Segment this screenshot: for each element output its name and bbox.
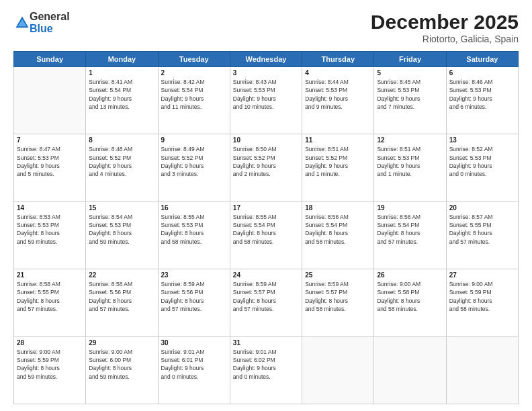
- day-detail: Sunrise: 8:57 AM Sunset: 5:55 PM Dayligh…: [449, 213, 515, 246]
- day-number: 29: [89, 339, 154, 347]
- day-number: 15: [89, 204, 154, 212]
- week-row-5: 28Sunrise: 9:00 AM Sunset: 5:59 PM Dayli…: [14, 336, 519, 404]
- day-detail: Sunrise: 8:43 AM Sunset: 5:53 PM Dayligh…: [233, 78, 299, 111]
- calendar-cell: [14, 67, 86, 134]
- week-row-4: 21Sunrise: 8:58 AM Sunset: 5:55 PM Dayli…: [14, 269, 519, 336]
- calendar-cell: 29Sunrise: 9:00 AM Sunset: 6:00 PM Dayli…: [86, 336, 158, 404]
- weekday-header-row: SundayMondayTuesdayWednesdayThursdayFrid…: [14, 52, 519, 67]
- calendar-cell: 14Sunrise: 8:53 AM Sunset: 5:53 PM Dayli…: [14, 201, 86, 269]
- week-row-2: 7Sunrise: 8:47 AM Sunset: 5:53 PM Daylig…: [14, 134, 519, 201]
- day-detail: Sunrise: 8:47 AM Sunset: 5:53 PM Dayligh…: [17, 145, 83, 178]
- day-number: 11: [305, 136, 371, 144]
- day-number: 17: [233, 204, 299, 212]
- month-title: December 2025: [371, 11, 519, 34]
- day-detail: Sunrise: 8:53 AM Sunset: 5:53 PM Dayligh…: [17, 213, 83, 246]
- day-detail: Sunrise: 9:01 AM Sunset: 6:01 PM Dayligh…: [161, 348, 227, 381]
- day-number: 19: [377, 204, 443, 212]
- calendar-cell: 8Sunrise: 8:48 AM Sunset: 5:52 PM Daylig…: [86, 134, 158, 201]
- calendar-cell: 4Sunrise: 8:44 AM Sunset: 5:53 PM Daylig…: [302, 67, 374, 134]
- calendar-cell: [446, 336, 518, 404]
- day-detail: Sunrise: 8:55 AM Sunset: 5:53 PM Dayligh…: [161, 213, 227, 246]
- calendar-cell: 7Sunrise: 8:47 AM Sunset: 5:53 PM Daylig…: [14, 134, 86, 201]
- day-number: 5: [377, 69, 443, 77]
- week-row-3: 14Sunrise: 8:53 AM Sunset: 5:53 PM Dayli…: [14, 201, 519, 269]
- day-number: 18: [305, 204, 371, 212]
- calendar-cell: [302, 336, 374, 404]
- calendar-cell: 24Sunrise: 8:59 AM Sunset: 5:57 PM Dayli…: [230, 269, 302, 336]
- calendar-cell: 3Sunrise: 8:43 AM Sunset: 5:53 PM Daylig…: [230, 67, 302, 134]
- page: General Blue December 2025 Riotorto, Gal…: [0, 0, 532, 411]
- weekday-header-wednesday: Wednesday: [230, 52, 302, 67]
- calendar-cell: 9Sunrise: 8:49 AM Sunset: 5:52 PM Daylig…: [158, 134, 230, 201]
- calendar-cell: 13Sunrise: 8:52 AM Sunset: 5:53 PM Dayli…: [446, 134, 518, 201]
- title-block: December 2025 Riotorto, Galicia, Spain: [371, 11, 519, 44]
- logo-icon: [15, 15, 30, 30]
- day-detail: Sunrise: 8:56 AM Sunset: 5:54 PM Dayligh…: [305, 213, 371, 246]
- calendar-cell: 27Sunrise: 9:00 AM Sunset: 5:59 PM Dayli…: [446, 269, 518, 336]
- day-detail: Sunrise: 8:51 AM Sunset: 5:52 PM Dayligh…: [305, 145, 371, 178]
- calendar-cell: 28Sunrise: 9:00 AM Sunset: 5:59 PM Dayli…: [14, 336, 86, 404]
- day-number: 26: [377, 271, 443, 279]
- day-number: 28: [17, 339, 83, 347]
- day-detail: Sunrise: 8:56 AM Sunset: 5:54 PM Dayligh…: [377, 213, 443, 246]
- location: Riotorto, Galicia, Spain: [371, 34, 519, 44]
- calendar-cell: 17Sunrise: 8:55 AM Sunset: 5:54 PM Dayli…: [230, 201, 302, 269]
- day-number: 3: [233, 69, 299, 77]
- calendar-cell: 30Sunrise: 9:01 AM Sunset: 6:01 PM Dayli…: [158, 336, 230, 404]
- day-detail: Sunrise: 9:00 AM Sunset: 5:59 PM Dayligh…: [449, 280, 515, 313]
- day-number: 9: [161, 136, 227, 144]
- day-number: 12: [377, 136, 443, 144]
- calendar-table: SundayMondayTuesdayWednesdayThursdayFrid…: [13, 51, 519, 404]
- day-detail: Sunrise: 8:48 AM Sunset: 5:52 PM Dayligh…: [89, 145, 154, 178]
- calendar-cell: 5Sunrise: 8:45 AM Sunset: 5:53 PM Daylig…: [374, 67, 446, 134]
- day-number: 7: [17, 136, 83, 144]
- calendar-cell: 10Sunrise: 8:50 AM Sunset: 5:52 PM Dayli…: [230, 134, 302, 201]
- calendar-cell: [374, 336, 446, 404]
- day-detail: Sunrise: 9:00 AM Sunset: 5:59 PM Dayligh…: [17, 348, 83, 381]
- day-number: 24: [233, 271, 299, 279]
- weekday-header-thursday: Thursday: [302, 52, 374, 67]
- day-detail: Sunrise: 8:50 AM Sunset: 5:52 PM Dayligh…: [233, 145, 299, 178]
- calendar-cell: 16Sunrise: 8:55 AM Sunset: 5:53 PM Dayli…: [158, 201, 230, 269]
- day-number: 21: [17, 271, 83, 279]
- day-detail: Sunrise: 8:59 AM Sunset: 5:56 PM Dayligh…: [161, 280, 227, 313]
- day-detail: Sunrise: 8:59 AM Sunset: 5:57 PM Dayligh…: [305, 280, 371, 313]
- day-number: 4: [305, 69, 371, 77]
- day-detail: Sunrise: 9:01 AM Sunset: 6:02 PM Dayligh…: [233, 348, 299, 381]
- day-number: 2: [161, 69, 227, 77]
- day-number: 6: [449, 69, 515, 77]
- calendar-cell: 25Sunrise: 8:59 AM Sunset: 5:57 PM Dayli…: [302, 269, 374, 336]
- day-number: 30: [161, 339, 227, 347]
- day-number: 27: [449, 271, 515, 279]
- day-detail: Sunrise: 9:00 AM Sunset: 5:58 PM Dayligh…: [377, 280, 443, 313]
- weekday-header-tuesday: Tuesday: [158, 52, 230, 67]
- weekday-header-friday: Friday: [374, 52, 446, 67]
- calendar-cell: 1Sunrise: 8:41 AM Sunset: 5:54 PM Daylig…: [86, 67, 158, 134]
- day-number: 1: [89, 69, 154, 77]
- calendar-cell: 6Sunrise: 8:46 AM Sunset: 5:53 PM Daylig…: [446, 67, 518, 134]
- day-number: 8: [89, 136, 154, 144]
- day-detail: Sunrise: 8:42 AM Sunset: 5:54 PM Dayligh…: [161, 78, 227, 111]
- day-detail: Sunrise: 8:58 AM Sunset: 5:55 PM Dayligh…: [17, 280, 83, 313]
- day-detail: Sunrise: 8:49 AM Sunset: 5:52 PM Dayligh…: [161, 145, 227, 178]
- day-detail: Sunrise: 8:55 AM Sunset: 5:54 PM Dayligh…: [233, 213, 299, 246]
- weekday-header-sunday: Sunday: [14, 52, 86, 67]
- day-detail: Sunrise: 8:52 AM Sunset: 5:53 PM Dayligh…: [449, 145, 515, 178]
- week-row-1: 1Sunrise: 8:41 AM Sunset: 5:54 PM Daylig…: [14, 67, 519, 134]
- header: General Blue December 2025 Riotorto, Gal…: [13, 11, 519, 44]
- day-detail: Sunrise: 8:41 AM Sunset: 5:54 PM Dayligh…: [89, 78, 154, 111]
- calendar-cell: 12Sunrise: 8:51 AM Sunset: 5:53 PM Dayli…: [374, 134, 446, 201]
- calendar-cell: 20Sunrise: 8:57 AM Sunset: 5:55 PM Dayli…: [446, 201, 518, 269]
- calendar-cell: 11Sunrise: 8:51 AM Sunset: 5:52 PM Dayli…: [302, 134, 374, 201]
- calendar-cell: 31Sunrise: 9:01 AM Sunset: 6:02 PM Dayli…: [230, 336, 302, 404]
- day-number: 10: [233, 136, 299, 144]
- logo-blue: Blue: [30, 23, 70, 35]
- day-detail: Sunrise: 8:45 AM Sunset: 5:53 PM Dayligh…: [377, 78, 443, 111]
- calendar-cell: 18Sunrise: 8:56 AM Sunset: 5:54 PM Dayli…: [302, 201, 374, 269]
- weekday-header-monday: Monday: [86, 52, 158, 67]
- day-number: 31: [233, 339, 299, 347]
- calendar-cell: 21Sunrise: 8:58 AM Sunset: 5:55 PM Dayli…: [14, 269, 86, 336]
- calendar-cell: 19Sunrise: 8:56 AM Sunset: 5:54 PM Dayli…: [374, 201, 446, 269]
- day-detail: Sunrise: 8:58 AM Sunset: 5:56 PM Dayligh…: [89, 280, 154, 313]
- calendar-cell: 23Sunrise: 8:59 AM Sunset: 5:56 PM Dayli…: [158, 269, 230, 336]
